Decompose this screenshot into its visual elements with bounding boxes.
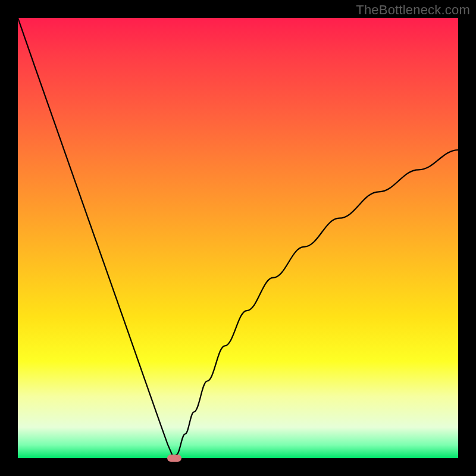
chart-frame: TheBottleneck.com <box>0 0 476 476</box>
minimum-marker <box>167 455 181 462</box>
plot-area <box>18 18 458 458</box>
watermark-text: TheBottleneck.com <box>356 2 470 18</box>
curve-path <box>18 18 458 458</box>
bottleneck-curve <box>18 18 458 458</box>
